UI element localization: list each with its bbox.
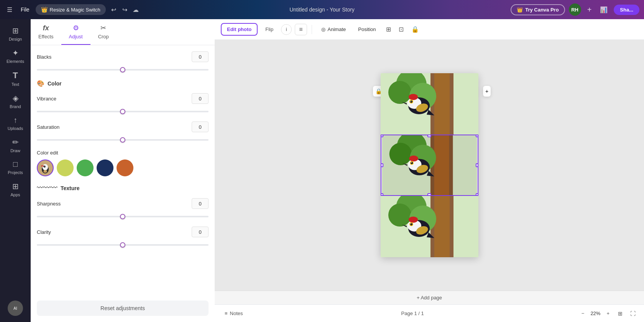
lock-button[interactable]: 🔒 (409, 23, 421, 35)
sidebar-label-uploads: Uploads (8, 126, 23, 131)
notes-icon: ≡ (225, 310, 228, 316)
canvas-container: 🔒 ⊡ + (215, 40, 644, 291)
file-menu-button[interactable]: File (18, 5, 33, 14)
texture-section-header: 〰〰〰 Texture (37, 184, 209, 192)
clarity-header: Clarity (37, 227, 209, 237)
handle-bottom-left[interactable] (381, 193, 383, 196)
crop-label: Crop (98, 34, 109, 39)
svg-point-33 (411, 162, 413, 164)
saturation-slider[interactable] (37, 139, 209, 141)
swatch-green[interactable] (77, 159, 94, 176)
info-button[interactable]: i (281, 24, 292, 35)
handle-top-right[interactable] (476, 135, 478, 137)
tab-effects[interactable]: fx Effects (31, 20, 61, 45)
sharpness-header: Sharpness (37, 198, 209, 209)
sidebar-item-uploads[interactable]: ↑ Uploads (2, 112, 29, 134)
clarity-value-input[interactable] (192, 227, 209, 237)
arrange-button[interactable]: ⊡ (396, 23, 406, 35)
svg-point-48 (410, 223, 412, 225)
sidebar-item-text[interactable]: T Text (2, 67, 29, 90)
swatch-yellow-green[interactable] (57, 159, 74, 176)
menu-button[interactable]: ≡ (295, 24, 307, 35)
texture-icon: 〰〰〰 (37, 184, 58, 192)
brand-icon: ◈ (13, 94, 18, 103)
blacks-value-input[interactable] (192, 51, 209, 62)
vibrance-header: Vibrance (37, 93, 209, 104)
zoom-plus-button[interactable]: + (603, 309, 613, 318)
elements-icon: ✦ (12, 48, 19, 58)
edit-photo-button[interactable]: Edit photo (221, 23, 258, 36)
vibrance-slider[interactable] (37, 111, 209, 112)
sidebar-item-projects[interactable]: □ Projects (2, 156, 29, 178)
separator-1 (312, 25, 312, 34)
handle-top-left[interactable] (381, 135, 383, 137)
hamburger-menu-button[interactable]: ☰ (5, 5, 15, 15)
zoom-minus-button[interactable]: − (578, 309, 588, 318)
ai-avatar[interactable]: AI (8, 301, 23, 316)
handle-middle-left[interactable] (381, 163, 383, 167)
sidebar-item-brand[interactable]: ◈ Brand (2, 90, 29, 112)
view-grid-button[interactable]: ⊞ (616, 309, 625, 318)
tab-crop[interactable]: ✂ Crop (90, 19, 117, 45)
bottom-bar: ≡ Notes Page 1 / 1 − 22% + ⊞ ⛶ (215, 304, 644, 322)
svg-point-34 (411, 162, 412, 163)
notes-button[interactable]: ≡ Notes (221, 308, 247, 319)
bird-panel-2[interactable]: ↻ (381, 135, 478, 196)
handle-bottom-center[interactable] (427, 193, 431, 196)
sharpness-slider[interactable] (37, 216, 209, 217)
svg-rect-24 (434, 135, 449, 195)
sidebar-item-design[interactable]: ⊞ Design (2, 22, 29, 44)
draw-icon: ✏ (12, 138, 19, 147)
color-icon: 🎨 (37, 80, 44, 87)
sidebar-item-elements[interactable]: ✦ Elements (2, 44, 29, 67)
swatch-navy[interactable] (97, 159, 113, 176)
saturation-value-input[interactable] (192, 122, 209, 132)
swatch-bird[interactable] (37, 159, 54, 176)
svg-point-26 (389, 143, 412, 166)
flip-button[interactable]: Flip (261, 24, 278, 35)
svg-point-19 (411, 101, 411, 102)
sidebar-label-text: Text (12, 82, 19, 87)
add-collaborator-button[interactable]: + (585, 5, 594, 15)
sidebar-item-draw[interactable]: ✏ Draw (2, 134, 29, 156)
handle-middle-right[interactable] (476, 163, 478, 167)
sidebar-label-brand: Brand (10, 104, 21, 109)
bottom-center: Page 1 / 1 (401, 310, 424, 316)
sidebar-item-apps[interactable]: ⊞ Apps (2, 178, 29, 200)
clarity-slider[interactable] (37, 244, 209, 246)
handle-top-center[interactable] (427, 135, 431, 137)
topbar: ☰ File 👑 Resize & Magic Switch ↩ ↪ ☁ Unt… (0, 0, 644, 19)
position-button[interactable]: Position (353, 24, 380, 35)
user-avatar[interactable]: RH (569, 3, 581, 16)
swatch-orange-brown[interactable] (117, 159, 133, 176)
position-label: Position (358, 26, 376, 32)
vibrance-value-input[interactable] (192, 93, 209, 104)
svg-point-5 (43, 170, 47, 172)
try-pro-button[interactable]: 👑 Try Canva Pro (511, 4, 565, 15)
redo-button[interactable]: ↪ (120, 5, 130, 15)
crop-icon: ✂ (100, 24, 106, 32)
bird-panel-3[interactable] (381, 196, 478, 257)
magic-switch-button[interactable]: 👑 Resize & Magic Switch (36, 4, 106, 15)
bird-panel-1[interactable] (381, 73, 478, 135)
undo-button[interactable]: ↩ (109, 5, 118, 15)
handle-bottom-right[interactable] (476, 193, 478, 196)
notes-label: Notes (230, 310, 243, 316)
blacks-slider[interactable] (37, 69, 209, 71)
color-swatches (37, 159, 209, 176)
svg-rect-6 (41, 166, 44, 167)
canvas-area[interactable]: 🔒 ⊡ + (215, 40, 644, 304)
add-page-bar[interactable]: + Add page (215, 291, 644, 304)
floating-add-icon[interactable]: + (483, 86, 491, 97)
svg-point-15 (409, 94, 418, 100)
tab-adjust[interactable]: ⚙ Adjust (61, 19, 90, 45)
sharpness-label: Sharpness (37, 201, 61, 207)
sidebar: ⊞ Design ✦ Elements T Text ◈ Brand ↑ Upl… (0, 19, 31, 322)
share-button[interactable]: Sha... (614, 5, 639, 15)
reset-adjustments-button[interactable]: Reset adjustments (37, 301, 209, 316)
svg-point-30 (409, 156, 418, 162)
fullscreen-button[interactable]: ⛶ (628, 309, 638, 318)
sharpness-value-input[interactable] (192, 198, 209, 209)
grid-button[interactable]: ⊞ (384, 23, 393, 35)
animate-button[interactable]: ◎ Animate (317, 24, 351, 35)
